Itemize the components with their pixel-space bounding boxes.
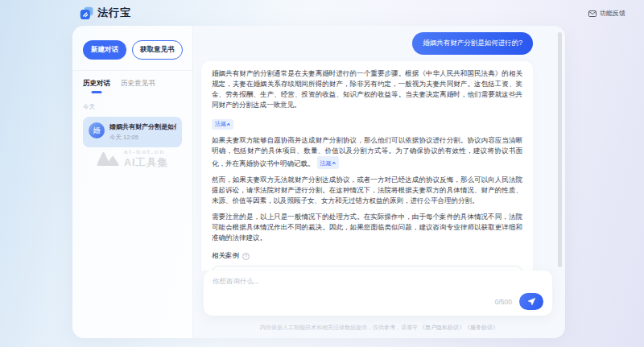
conversation-time: 今天 12:05 bbox=[109, 134, 176, 142]
chat-input[interactable] bbox=[213, 277, 543, 293]
conversation-title: 婚姻共有财产分割是如何... bbox=[109, 122, 176, 131]
disclaimer-text: 内容依据人工智能技术和相关法律数据提供，仅供参考，请遵守 bbox=[260, 324, 419, 330]
new-chat-button[interactable]: 新建对话 bbox=[83, 40, 126, 60]
privacy-policy-link[interactable]: 《用户隐私协议》 bbox=[419, 324, 464, 330]
watermark-name-text: AI工具集 bbox=[124, 156, 168, 170]
watermark: ai-bot.cn AI工具集 bbox=[72, 148, 192, 170]
app-logo-icon bbox=[80, 6, 93, 20]
send-button[interactable] bbox=[519, 293, 543, 310]
answer-paragraph-text: 如果夫妻双方能够自愿协商并达成财产分割协议，那么他们可以依据协议进行分割。协议内… bbox=[212, 136, 522, 167]
char-counter: 0/500 bbox=[495, 298, 512, 306]
disclaimer: 内容依据人工智能技术和相关法律数据提供，仅供参考，请遵守 《用户隐私协议》《服务… bbox=[193, 324, 565, 332]
sidebar-divider bbox=[72, 70, 192, 71]
user-message-bubble: 婚姻共有财产分割是如何进行的? bbox=[412, 32, 533, 55]
feedback-label: 功能反馈 bbox=[600, 9, 625, 18]
answer-paragraph: 需要注意的是，以上只是一般情况下的处理方式。在实际操作中，由于每个案件的具体情况… bbox=[212, 212, 522, 243]
conversation-list-item[interactable]: 婚 婚姻共有财产分割是如何... 今天 12:05 bbox=[83, 117, 182, 147]
law-citation-badge[interactable]: 法规 bbox=[317, 156, 339, 169]
assistant-message-card: 婚姻共有财产的分割通常是在夫妻离婚时进行的一个重要步骤。根据《中华人民共和国民法… bbox=[201, 61, 533, 271]
composer-bottom: 0/500 bbox=[213, 293, 543, 310]
tab-history-opinions[interactable]: 历史意见书 bbox=[121, 79, 155, 93]
answer-paragraph: 婚姻共有财产的分割通常是在夫妻离婚时进行的一个重要步骤。根据《中华人民共和国民法… bbox=[212, 68, 522, 110]
law-citation-row: 法规 bbox=[212, 115, 522, 130]
app-logo-text: 法行宝 bbox=[97, 6, 131, 20]
caret-up-icon bbox=[332, 162, 335, 165]
caret-up-icon bbox=[227, 123, 230, 126]
info-icon[interactable]: ? bbox=[242, 253, 250, 260]
scrollbar[interactable] bbox=[558, 32, 562, 267]
answer-paragraph-text: 婚姻共有财产的分割通常是在夫妻离婚时进行的一个重要步骤。根据《中华人民共和国民法… bbox=[212, 69, 522, 109]
conversation-avatar: 婚 bbox=[89, 122, 105, 138]
answer-paragraph: 然而，如果夫妻双方无法就财产分割达成协议，或者一方对已经达成的协议反悔，那么可以… bbox=[212, 175, 522, 206]
composer: 0/500 bbox=[204, 271, 552, 316]
top-header: 法行宝 功能反馈 bbox=[0, 0, 644, 26]
answer-paragraph: 如果夫妻双方能够自愿协商并达成财产分割协议，那么他们可以依据协议进行分割。协议内… bbox=[212, 135, 522, 169]
related-cases-title: 相关案例 bbox=[212, 251, 239, 261]
watermark-logo-icon bbox=[97, 151, 119, 167]
law-citation-badge[interactable]: 法规 bbox=[212, 119, 233, 130]
tab-history-opinions-label: 历史意见书 bbox=[121, 79, 155, 87]
feedback-button[interactable]: 功能反馈 bbox=[588, 9, 625, 18]
history-group-label: 今天 bbox=[83, 103, 182, 111]
conversation-scroll-area: 婚姻共有财产分割是如何进行的? 婚姻共有财产的分割通常是在夫妻离婚时进行的一个重… bbox=[193, 26, 565, 271]
mail-icon bbox=[588, 10, 597, 17]
service-agreement-link[interactable]: 《服务协议》 bbox=[464, 324, 498, 330]
sidebar-tabs: 历史对话 历史意见书 bbox=[83, 79, 182, 93]
law-citation-label: 法规 bbox=[320, 158, 332, 168]
get-opinion-button[interactable]: 获取意见书 bbox=[132, 40, 183, 60]
chat-panel: 婚姻共有财产分割是如何进行的? 婚姻共有财产的分割通常是在夫妻离婚时进行的一个重… bbox=[193, 26, 565, 338]
watermark-site-text: ai-bot.cn bbox=[124, 148, 168, 155]
tab-history-chats-label: 历史对话 bbox=[83, 79, 110, 87]
tab-history-chats[interactable]: 历史对话 bbox=[83, 79, 110, 93]
law-citation-label: 法规 bbox=[215, 120, 226, 128]
active-tab-underline bbox=[92, 91, 102, 93]
app-logo: 法行宝 bbox=[80, 6, 131, 20]
related-cases-header: 相关案例 ? bbox=[212, 251, 522, 261]
app-window: 新建对话 获取意见书 历史对话 历史意见书 今天 婚 婚姻共有财产分割是如何..… bbox=[72, 26, 565, 338]
send-icon bbox=[527, 297, 536, 306]
sidebar: 新建对话 获取意见书 历史对话 历史意见书 今天 婚 婚姻共有财产分割是如何..… bbox=[72, 26, 193, 338]
